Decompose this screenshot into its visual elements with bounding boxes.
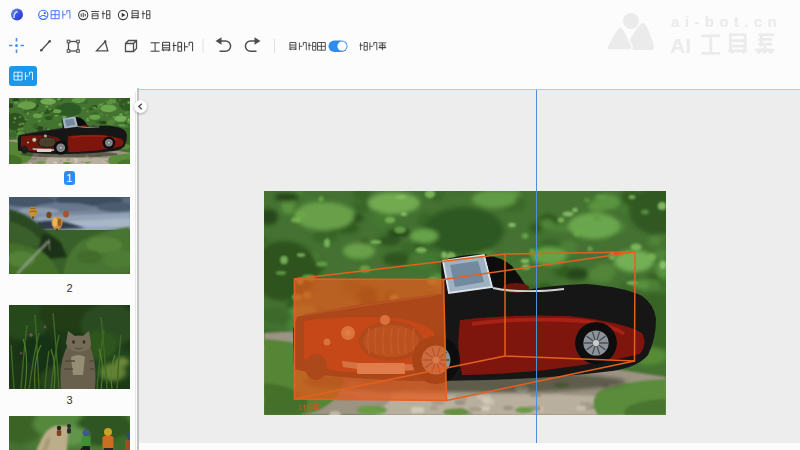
svg-text:ai-bot.cn: ai-bot.cn (671, 13, 782, 30)
svg-text:1: 1 (298, 403, 303, 412)
svg-text:AI: AI (670, 34, 691, 57)
